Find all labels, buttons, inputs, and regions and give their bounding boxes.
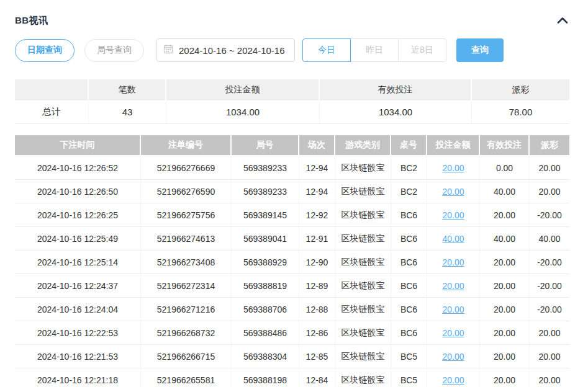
cell-table-no: BC2 xyxy=(391,180,427,203)
bet-amount-link[interactable]: 20.00 xyxy=(442,352,464,362)
date-range-input[interactable]: 2024-10-16 ~ 2024-10-16 xyxy=(156,38,295,62)
summary-table: 笔数投注金额有效投注派彩 总计431034.001034.0078.00 xyxy=(15,79,569,124)
chevron-up-icon xyxy=(557,17,568,26)
records-header-cell: 投注金额 xyxy=(427,135,480,156)
quick-range-group: 今日昨日近8日 xyxy=(302,38,446,62)
tab-round-query[interactable]: 局号查询 xyxy=(84,39,144,62)
summary-header-cell: 派彩 xyxy=(472,79,569,100)
cell-session: 12-94 xyxy=(299,180,335,203)
cell-valid-bet: 20.00 xyxy=(480,321,530,345)
cell-table-no: BC6 xyxy=(391,227,427,251)
cell-valid-bet: 20.00 xyxy=(480,203,530,227)
cell-bet-time: 2024-10-16 12:21:18 xyxy=(15,368,141,387)
cell-order-no: 521966275756 xyxy=(141,203,232,227)
bet-amount-link[interactable]: 20.00 xyxy=(442,257,464,267)
cell-round-no: 569388486 xyxy=(232,321,299,345)
cell-valid-bet: 20.00 xyxy=(480,251,530,274)
cell-payout: 20.00 xyxy=(530,156,569,180)
cell-game-type: 区块链骰宝 xyxy=(335,180,391,203)
cell-bet-time: 2024-10-16 12:25:14 xyxy=(15,251,141,274)
table-row: 2024-10-16 12:25:14521966273408569388929… xyxy=(15,251,569,274)
collapse-button[interactable] xyxy=(556,16,569,25)
cell-session: 12-88 xyxy=(299,298,335,321)
quick-range-last-8-days[interactable]: 近8日 xyxy=(398,38,446,62)
cell-bet-time: 2024-10-16 12:25:49 xyxy=(15,227,141,251)
cell-bet-time: 2024-10-16 12:24:37 xyxy=(15,274,141,298)
records-header-cell: 派彩 xyxy=(530,135,569,156)
cell-bet-amount: 20.00 xyxy=(427,251,480,274)
table-row: 2024-10-16 12:25:49521966274613569389041… xyxy=(15,227,569,251)
cell-game-type: 区块链骰宝 xyxy=(335,251,391,274)
cell-bet-amount: 20.00 xyxy=(427,368,480,387)
cell-game-type: 区块链骰宝 xyxy=(335,227,391,251)
cell-round-no: 569388819 xyxy=(232,274,299,298)
cell-order-no: 521966272314 xyxy=(141,274,232,298)
cell-session: 12-84 xyxy=(299,368,335,387)
cell-bet-amount: 20.00 xyxy=(427,203,480,227)
records-header-cell: 局号 xyxy=(232,135,299,156)
cell-session: 12-89 xyxy=(299,274,335,298)
quick-range-today[interactable]: 今日 xyxy=(302,38,351,62)
bet-amount-link[interactable]: 20.00 xyxy=(442,210,464,220)
cell-bet-amount: 20.00 xyxy=(427,298,480,321)
cell-game-type: 区块链骰宝 xyxy=(335,274,391,298)
cell-round-no: 569388706 xyxy=(232,298,299,321)
cell-bet-amount: 20.00 xyxy=(427,180,480,203)
cell-order-no: 521966276669 xyxy=(141,156,232,180)
bet-amount-link[interactable]: 20.00 xyxy=(442,305,464,314)
bet-amount-link[interactable]: 40.00 xyxy=(442,234,464,244)
cell-table-no: BC6 xyxy=(391,321,427,345)
cell-payout: -20.00 xyxy=(530,203,569,227)
table-row: 2024-10-16 12:26:25521966275756569389145… xyxy=(15,203,569,227)
bet-amount-link[interactable]: 20.00 xyxy=(442,187,464,197)
summary-header-cell xyxy=(15,79,89,100)
cell-payout: 20.00 xyxy=(530,345,569,368)
cell-valid-bet: 20.00 xyxy=(480,274,530,298)
calendar-icon xyxy=(163,44,173,56)
cell-bet-time: 2024-10-16 12:24:04 xyxy=(15,298,141,321)
cell-round-no: 569389145 xyxy=(232,203,299,227)
cell-round-no: 569389041 xyxy=(232,227,299,251)
cell-session: 12-85 xyxy=(299,345,335,368)
bb-video-panel: BB视讯 日期查询 局号查询 2024-10-16 ~ 2024-10-16 今… xyxy=(0,0,588,387)
records-body: 2024-10-16 12:26:52521966276669569389233… xyxy=(15,156,569,387)
cell-session: 12-86 xyxy=(299,321,335,345)
bet-amount-link[interactable]: 20.00 xyxy=(442,328,464,338)
cell-order-no: 521966268732 xyxy=(141,321,232,345)
tab-date-query[interactable]: 日期查询 xyxy=(15,39,75,62)
summary-header-cell: 有效投注 xyxy=(320,79,472,100)
bet-amount-link[interactable]: 20.00 xyxy=(442,163,464,173)
records-header-cell: 场次 xyxy=(299,135,335,156)
cell-payout: -20.00 xyxy=(530,298,569,321)
cell-table-no: BC6 xyxy=(391,298,427,321)
records-header-cell: 桌号 xyxy=(391,135,427,156)
cell-round-no: 569389233 xyxy=(232,180,299,203)
records-header-cell: 有效投注 xyxy=(480,135,530,156)
search-button[interactable]: 查询 xyxy=(456,38,504,62)
bet-records-table: 下注时间注单编号局号场次游戏类别桌号投注金额有效投注派彩 2024-10-16 … xyxy=(15,135,569,387)
records-header-row: 下注时间注单编号局号场次游戏类别桌号投注金额有效投注派彩 xyxy=(15,135,569,156)
cell-order-no: 521966276590 xyxy=(141,180,232,203)
cell-game-type: 区块链骰宝 xyxy=(335,298,391,321)
cell-bet-time: 2024-10-16 12:21:53 xyxy=(15,345,141,368)
quick-range-yesterday[interactable]: 昨日 xyxy=(350,38,399,62)
table-row: 2024-10-16 12:26:50521966276590569389233… xyxy=(15,180,569,203)
bet-amount-link[interactable]: 20.00 xyxy=(442,281,464,291)
records-header-cell: 注单编号 xyxy=(141,135,232,156)
summary-header-row: 笔数投注金额有效投注派彩 xyxy=(15,79,569,100)
cell-game-type: 区块链骰宝 xyxy=(335,156,391,180)
cell-table-no: BC6 xyxy=(391,251,427,274)
table-row: 2024-10-16 12:24:37521966272314569388819… xyxy=(15,274,569,298)
table-row: 2024-10-16 12:22:53521966268732569388486… xyxy=(15,321,569,345)
cell-game-type: 区块链骰宝 xyxy=(335,368,391,387)
cell-payout: -20.00 xyxy=(530,251,569,274)
date-range-value: 2024-10-16 ~ 2024-10-16 xyxy=(179,45,285,56)
bet-amount-link[interactable]: 20.00 xyxy=(442,375,464,385)
summary-total-cell: 总计 xyxy=(15,100,89,124)
records-header-cell: 下注时间 xyxy=(15,135,141,156)
table-row: 2024-10-16 12:24:04521966271216569388706… xyxy=(15,298,569,321)
cell-session: 12-94 xyxy=(299,156,335,180)
cell-session: 12-92 xyxy=(299,203,335,227)
cell-table-no: BC2 xyxy=(391,156,427,180)
cell-bet-amount: 20.00 xyxy=(427,345,480,368)
